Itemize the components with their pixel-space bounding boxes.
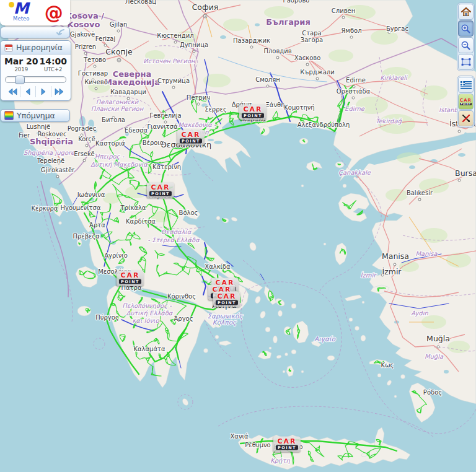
step-last-button[interactable] <box>51 86 66 97</box>
carpoint-marker[interactable]: CARPOINT <box>177 130 205 146</box>
zoom-out-icon <box>461 40 471 51</box>
meteo-logo-icon: M Meteo <box>7 1 35 25</box>
map-label: Κως <box>381 362 394 369</box>
map-label: Ямбол <box>341 27 361 34</box>
map-label: Ξάνθη <box>266 102 285 108</box>
step-prev-button[interactable] <box>20 86 36 97</box>
map-label: Μακεδονία - <box>178 121 216 128</box>
date-panel-header[interactable]: Ημερομηνία <box>1 41 71 55</box>
calendar-icon <box>4 43 13 52</box>
map-label: και Ιόνιο <box>132 317 159 324</box>
map-label: Muğla <box>426 334 450 343</box>
carpoint-layer-button[interactable]: CAR POINT <box>458 94 474 110</box>
map-label: Кичево <box>84 79 108 85</box>
zoom-out-button[interactable] <box>458 37 474 53</box>
map-label: София <box>192 2 219 12</box>
map-label: Стара <box>302 30 321 37</box>
map-label: Prizren <box>75 43 96 50</box>
map-label: Αγρίνιο <box>104 252 128 259</box>
map-label: Κέρκυρα <box>32 205 58 212</box>
map-label: - Στερεά Ελλάδα <box>148 237 200 244</box>
roadworks-layer-button[interactable] <box>458 110 474 126</box>
time-slider[interactable] <box>5 76 66 83</box>
right-arrow-icon <box>39 87 48 96</box>
carpoint-marker[interactable]: CARPOINT <box>239 105 267 120</box>
map-label: Άργος <box>174 315 193 322</box>
map-label: Κομοτηνή <box>284 104 314 111</box>
map-label: Θεσσαλία <box>161 229 192 235</box>
zoom-extent-button[interactable] <box>458 54 474 70</box>
map-label: Manisa <box>415 250 438 257</box>
map-label: Γιαννιτσά <box>147 123 177 130</box>
double-right-arrow-icon <box>54 87 64 96</box>
meteo-road-map-app: { "logo": {"brand": "Meteo", "at": "@"},… <box>0 0 476 472</box>
collapse-panel-button[interactable] <box>0 27 70 38</box>
map-label: Pogradec <box>68 125 96 132</box>
date-panel-title: Ημερομηνία <box>16 43 63 52</box>
map-label: Δυτική Ελλάδα <box>126 310 174 317</box>
map-label: Ορεστιάδα <box>337 88 371 95</box>
map-label: Пелагониски <box>96 98 139 105</box>
layer-control-group: CAR POINT <box>457 76 475 128</box>
home-icon <box>461 7 472 17</box>
map-label: Muğla <box>425 353 444 361</box>
map-label: Χαλκίδα <box>205 263 231 270</box>
carpoint-marker[interactable]: CARPOINT <box>273 437 301 452</box>
greek-flag-icon <box>461 81 472 89</box>
playback-controls <box>4 86 68 97</box>
map-label: Αλεξανδρούπολη <box>298 121 350 128</box>
step-first-button[interactable] <box>5 86 20 97</box>
carpoint-marker[interactable]: CARPOINT <box>213 292 240 307</box>
map-label: Пловдив <box>263 48 291 55</box>
map-label: Струмица <box>157 77 190 84</box>
map-label: Fier <box>19 132 30 139</box>
year-value: 2019 <box>4 66 38 72</box>
map-label: Пазарджик <box>233 37 270 44</box>
map-label: Дупница <box>180 42 208 48</box>
carpoint-marker-point-text: POINT <box>180 139 202 144</box>
date-panel: Ημερομηνία Mar 20 2019 14:00 UTC+2 <box>0 40 71 101</box>
map-label: Ersekë <box>74 151 94 157</box>
map-label: Кърджали <box>300 69 334 76</box>
logo-box[interactable]: M Meteo @ <box>0 0 70 25</box>
map-label: Kırklareli <box>380 74 408 81</box>
map-label: Πρέβεζα <box>73 233 99 240</box>
map-label: Έδεσσα <box>123 127 148 134</box>
map-label: Κρήτη <box>270 457 290 465</box>
map-label: Гевгелија <box>149 112 181 119</box>
map-label: Κόλπος <box>213 318 237 326</box>
map-label: Βέροια <box>143 139 164 146</box>
map-label: Βόλος <box>179 209 198 216</box>
time-value: 14:00 <box>39 57 67 66</box>
legend-panel-button[interactable]: Υπόμνημα <box>0 109 70 122</box>
date-value: Mar 20 <box>4 57 38 66</box>
carpoint-marker[interactable]: CARPOINT <box>117 271 144 286</box>
home-button[interactable] <box>458 4 474 20</box>
map-label: Shqipëria jugore <box>24 149 75 157</box>
time-slider-handle[interactable] <box>15 76 25 84</box>
map-canvas[interactable]: ЛесковацСофияГабровоСливенБългарияЯмболБ… <box>0 0 476 472</box>
meteo-logo-dot <box>9 2 14 7</box>
step-next-button[interactable] <box>36 86 51 97</box>
map-label: Πύργος <box>95 314 119 321</box>
map-label: İzmir <box>361 271 377 279</box>
carpoint-marker[interactable]: CARPOINT <box>147 183 174 198</box>
map-label: Ιωάννινα <box>77 191 105 198</box>
map-label: Бургас <box>386 25 408 32</box>
greek-flag-button[interactable] <box>458 77 474 93</box>
map-label: Сливен <box>332 7 355 14</box>
map-label: Aydın <box>411 310 428 317</box>
left-arrow-icon <box>24 87 32 96</box>
map-controls: CAR POINT <box>457 2 475 132</box>
legend-panel-title: Υπόμνημα <box>17 111 55 120</box>
map-label: Кюстендил <box>157 32 193 39</box>
map-label: Источен Регион <box>143 58 195 64</box>
carpoint-marker-point-text: POINT <box>149 191 172 196</box>
carpoint-marker-point-text: POINT <box>276 445 298 450</box>
carpoint-marker-car-text: CAR <box>181 131 200 138</box>
map-label: Σέρρες <box>205 106 227 113</box>
map-label: Lushnjë <box>27 123 51 130</box>
carpoint-marker-point-text: POINT <box>119 279 141 284</box>
zoom-in-button[interactable] <box>458 20 474 37</box>
carpoint-marker-car-text: CAR <box>217 293 236 300</box>
